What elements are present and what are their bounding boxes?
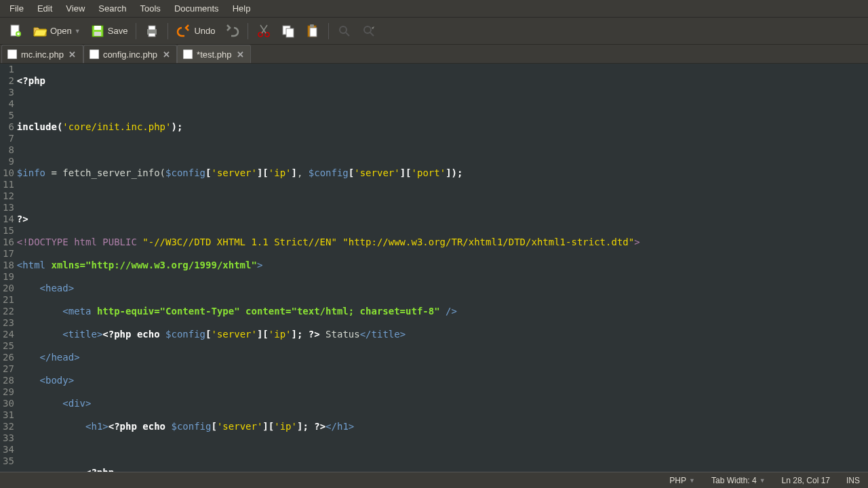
tab-width-selector[interactable]: Tab Width: 4▼ — [711, 476, 766, 485]
copy-icon — [281, 24, 296, 39]
cut-button[interactable] — [252, 21, 275, 41]
chevron-down-icon: ▼ — [75, 28, 81, 35]
undo-label: Undo — [194, 26, 215, 36]
menubar: File Edit View Search Tools Documents He… — [0, 0, 868, 18]
save-icon — [90, 24, 105, 39]
new-file-icon — [8, 24, 23, 39]
menu-file[interactable]: File — [3, 1, 31, 16]
code-editor[interactable]: 1234567891011121314151617181920212223242… — [0, 64, 868, 472]
tab-label: config.inc.php — [103, 49, 157, 60]
cut-icon — [256, 24, 271, 39]
undo-button[interactable]: Undo — [172, 21, 219, 41]
language-selector[interactable]: PHP▼ — [669, 476, 695, 485]
toolbar-separator — [248, 23, 248, 39]
paste-button[interactable] — [301, 21, 324, 41]
toolbar-separator — [167, 23, 168, 39]
find-replace-icon — [361, 24, 376, 39]
save-label: Save — [108, 26, 128, 36]
svg-rect-6 — [149, 26, 155, 30]
open-button[interactable]: Open ▼ — [28, 21, 85, 41]
php-file-icon — [7, 49, 17, 59]
close-icon[interactable]: ✕ — [235, 49, 245, 59]
copy-button[interactable] — [277, 21, 300, 41]
line-number-gutter: 1234567891011121314151617181920212223242… — [0, 64, 17, 472]
open-folder-icon — [33, 24, 47, 39]
undo-icon — [176, 24, 191, 39]
print-icon — [144, 24, 159, 39]
tab-mc-inc-php[interactable]: mc.inc.php ✕ — [1, 45, 83, 63]
svg-point-16 — [364, 26, 371, 33]
svg-point-15 — [340, 26, 347, 33]
close-icon[interactable]: ✕ — [161, 49, 171, 59]
svg-rect-11 — [286, 28, 294, 37]
open-label: Open — [50, 26, 72, 36]
svg-rect-19 — [183, 49, 193, 59]
toolbar-separator — [328, 23, 329, 39]
print-button[interactable] — [140, 21, 163, 41]
svg-rect-18 — [90, 49, 99, 59]
close-icon[interactable]: ✕ — [68, 49, 77, 59]
svg-rect-7 — [149, 33, 155, 37]
menu-tools[interactable]: Tools — [134, 1, 167, 16]
tab-bar: mc.inc.php ✕ config.inc.php ✕ *test.php … — [0, 45, 868, 64]
tab-label: *test.php — [197, 49, 231, 60]
search-icon — [337, 24, 352, 39]
save-button[interactable]: Save — [86, 21, 132, 41]
php-file-icon — [90, 49, 99, 59]
svg-rect-3 — [94, 26, 101, 30]
php-file-icon — [183, 49, 193, 59]
menu-documents[interactable]: Documents — [167, 1, 226, 16]
toolbar-separator — [136, 23, 136, 39]
code-content[interactable]: <?php include('core/init.inc.php'); $inf… — [17, 64, 868, 472]
svg-rect-13 — [310, 28, 317, 37]
menu-help[interactable]: Help — [226, 1, 258, 16]
find-button[interactable] — [333, 21, 356, 41]
menu-edit[interactable]: Edit — [31, 1, 59, 16]
toolbar: Open ▼ Save Undo — [0, 18, 868, 45]
statusbar: PHP▼ Tab Width: 4▼ Ln 28, Col 17 INS — [0, 472, 868, 488]
find-replace-button[interactable] — [357, 21, 380, 41]
paste-icon — [305, 24, 320, 39]
cursor-position: Ln 28, Col 17 — [782, 476, 830, 485]
svg-rect-17 — [7, 49, 17, 59]
tab-test-php[interactable]: *test.php ✕ — [177, 45, 251, 63]
redo-icon — [224, 24, 239, 39]
menu-search[interactable]: Search — [92, 1, 133, 16]
menu-view[interactable]: View — [59, 1, 92, 16]
redo-button[interactable] — [220, 21, 243, 41]
insert-mode[interactable]: INS — [846, 476, 860, 485]
svg-rect-14 — [310, 24, 314, 27]
tab-config-inc-php[interactable]: config.inc.php ✕ — [83, 45, 177, 63]
svg-rect-4 — [94, 32, 101, 36]
new-file-button[interactable] — [4, 21, 27, 41]
tab-label: mc.inc.php — [21, 49, 64, 60]
